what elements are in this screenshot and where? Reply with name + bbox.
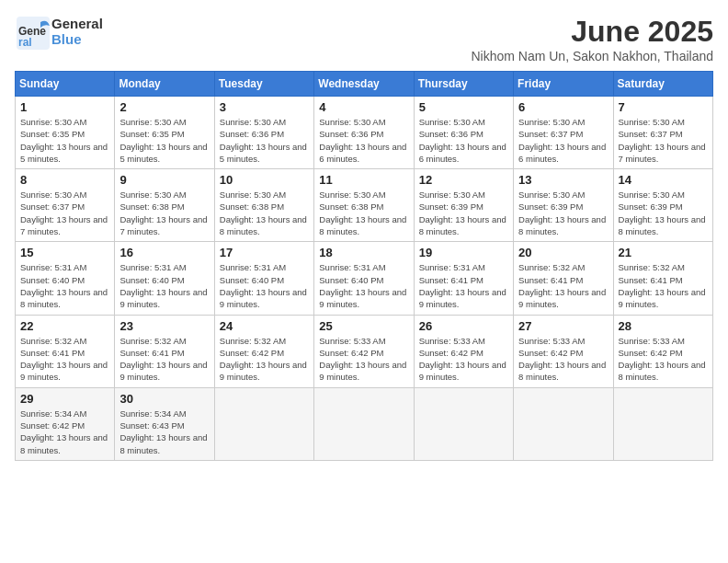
day-info: Sunrise: 5:32 AM Sunset: 6:41 PM Dayligh… — [619, 261, 708, 310]
sunrise-label: Sunrise: 5:30 AM — [619, 117, 685, 127]
sunset-label: Sunset: 6:39 PM — [419, 201, 483, 212]
table-row: 13 Sunrise: 5:30 AM Sunset: 6:39 PM Dayl… — [514, 169, 613, 242]
table-row — [214, 387, 313, 460]
table-row — [613, 387, 712, 460]
day-number: 16 — [119, 246, 209, 259]
table-row: 23 Sunrise: 5:32 AM Sunset: 6:41 PM Dayl… — [115, 315, 214, 387]
daylight-label: Daylight: 13 hours and 7 minutes. — [20, 214, 108, 236]
sunset-label: Sunset: 6:35 PM — [119, 129, 184, 139]
day-number: 15 — [20, 246, 109, 259]
sunrise-label: Sunrise: 5:30 AM — [319, 117, 385, 127]
sunset-label: Sunset: 6:41 PM — [119, 348, 184, 358]
table-row — [314, 387, 414, 460]
sunrise-label: Sunrise: 5:30 AM — [419, 190, 485, 200]
sunrise-label: Sunrise: 5:30 AM — [20, 190, 86, 200]
daylight-label: Daylight: 13 hours and 8 minutes. — [20, 287, 108, 309]
day-number: 1 — [20, 100, 109, 114]
daylight-label: Daylight: 13 hours and 8 minutes. — [518, 214, 606, 236]
day-info: Sunrise: 5:30 AM Sunset: 6:39 PM Dayligh… — [619, 189, 708, 237]
svg-text:ral: ral — [18, 36, 32, 49]
sunrise-label: Sunrise: 5:30 AM — [119, 117, 186, 127]
sunset-label: Sunset: 6:43 PM — [119, 420, 184, 431]
daylight-label: Daylight: 13 hours and 8 minutes. — [319, 214, 406, 236]
sunset-label: Sunset: 6:40 PM — [20, 275, 85, 285]
day-info: Sunrise: 5:30 AM Sunset: 6:37 PM Dayligh… — [20, 189, 109, 237]
daylight-label: Daylight: 13 hours and 5 minutes. — [119, 142, 207, 164]
header-tuesday: Tuesday — [214, 72, 313, 97]
table-row: 28 Sunrise: 5:33 AM Sunset: 6:42 PM Dayl… — [613, 315, 712, 387]
table-row: 24 Sunrise: 5:32 AM Sunset: 6:42 PM Dayl… — [214, 315, 313, 387]
day-number: 6 — [518, 100, 608, 114]
sunset-label: Sunset: 6:40 PM — [220, 275, 284, 285]
sunrise-label: Sunrise: 5:30 AM — [419, 117, 485, 127]
sunset-label: Sunset: 6:39 PM — [619, 201, 683, 212]
day-info: Sunrise: 5:30 AM Sunset: 6:39 PM Dayligh… — [518, 189, 608, 237]
table-row: 16 Sunrise: 5:31 AM Sunset: 6:40 PM Dayl… — [115, 242, 214, 315]
sunset-label: Sunset: 6:37 PM — [518, 129, 583, 139]
sunset-label: Sunset: 6:36 PM — [220, 129, 284, 139]
sunset-label: Sunset: 6:42 PM — [20, 420, 85, 431]
sunrise-label: Sunrise: 5:33 AM — [419, 336, 485, 346]
day-info: Sunrise: 5:30 AM Sunset: 6:36 PM Dayligh… — [319, 116, 408, 165]
sunrise-label: Sunrise: 5:31 AM — [220, 262, 286, 272]
day-info: Sunrise: 5:30 AM Sunset: 6:35 PM Dayligh… — [119, 116, 209, 165]
header-sunday: Sunday — [16, 72, 115, 97]
day-info: Sunrise: 5:33 AM Sunset: 6:42 PM Dayligh… — [518, 335, 608, 384]
table-row: 4 Sunrise: 5:30 AM Sunset: 6:36 PM Dayli… — [314, 97, 414, 169]
daylight-label: Daylight: 13 hours and 9 minutes. — [119, 360, 207, 382]
table-row: 29 Sunrise: 5:34 AM Sunset: 6:42 PM Dayl… — [16, 387, 115, 460]
day-number: 14 — [619, 173, 708, 187]
day-number: 3 — [220, 100, 309, 114]
sunrise-label: Sunrise: 5:32 AM — [518, 262, 585, 272]
sunrise-label: Sunrise: 5:32 AM — [619, 262, 685, 272]
sunset-label: Sunset: 6:41 PM — [619, 275, 683, 285]
logo-blue: Blue — [51, 31, 103, 47]
sunrise-label: Sunrise: 5:33 AM — [619, 336, 685, 346]
table-row: 20 Sunrise: 5:32 AM Sunset: 6:41 PM Dayl… — [514, 242, 613, 315]
daylight-label: Daylight: 13 hours and 8 minutes. — [518, 360, 606, 382]
day-number: 13 — [518, 173, 608, 187]
day-info: Sunrise: 5:33 AM Sunset: 6:42 PM Dayligh… — [319, 335, 408, 384]
daylight-label: Daylight: 13 hours and 9 minutes. — [20, 360, 108, 382]
day-info: Sunrise: 5:32 AM Sunset: 6:41 PM Dayligh… — [20, 335, 109, 384]
day-number: 5 — [419, 100, 508, 114]
day-number: 30 — [119, 392, 209, 406]
sunset-label: Sunset: 6:42 PM — [419, 348, 483, 358]
day-info: Sunrise: 5:30 AM Sunset: 6:37 PM Dayligh… — [619, 116, 708, 165]
day-info: Sunrise: 5:31 AM Sunset: 6:41 PM Dayligh… — [419, 261, 508, 310]
day-info: Sunrise: 5:30 AM Sunset: 6:37 PM Dayligh… — [518, 116, 608, 165]
table-row: 3 Sunrise: 5:30 AM Sunset: 6:36 PM Dayli… — [214, 97, 313, 169]
table-row: 2 Sunrise: 5:30 AM Sunset: 6:35 PM Dayli… — [115, 97, 214, 169]
sunset-label: Sunset: 6:42 PM — [319, 348, 383, 358]
sunset-label: Sunset: 6:37 PM — [619, 129, 683, 139]
day-number: 25 — [319, 319, 408, 333]
sunrise-label: Sunrise: 5:31 AM — [419, 262, 485, 272]
day-number: 18 — [319, 246, 408, 259]
header-friday: Friday — [514, 72, 613, 97]
logo-general: General — [51, 16, 103, 31]
daylight-label: Daylight: 13 hours and 6 minutes. — [419, 142, 506, 164]
sunset-label: Sunset: 6:36 PM — [419, 129, 483, 139]
table-row: 30 Sunrise: 5:34 AM Sunset: 6:43 PM Dayl… — [115, 387, 214, 460]
table-row: 21 Sunrise: 5:32 AM Sunset: 6:41 PM Dayl… — [613, 242, 712, 315]
header-saturday: Saturday — [613, 72, 712, 97]
daylight-label: Daylight: 13 hours and 8 minutes. — [619, 360, 706, 382]
day-info: Sunrise: 5:34 AM Sunset: 6:43 PM Dayligh… — [119, 408, 209, 456]
day-number: 4 — [319, 100, 408, 114]
day-number: 20 — [518, 246, 608, 259]
day-info: Sunrise: 5:31 AM Sunset: 6:40 PM Dayligh… — [220, 261, 309, 310]
table-row: 19 Sunrise: 5:31 AM Sunset: 6:41 PM Dayl… — [414, 242, 513, 315]
logo: Gene ral General Blue — [15, 15, 103, 48]
daylight-label: Daylight: 13 hours and 9 minutes. — [220, 287, 307, 309]
table-row: 25 Sunrise: 5:33 AM Sunset: 6:42 PM Dayl… — [314, 315, 414, 387]
day-number: 2 — [119, 100, 209, 114]
daylight-label: Daylight: 13 hours and 8 minutes. — [619, 214, 706, 236]
sunrise-label: Sunrise: 5:34 AM — [119, 408, 186, 419]
sunrise-label: Sunrise: 5:33 AM — [319, 336, 385, 346]
day-number: 8 — [20, 173, 109, 187]
table-row — [514, 387, 613, 460]
sunrise-label: Sunrise: 5:30 AM — [518, 117, 585, 127]
day-number: 7 — [619, 100, 708, 114]
day-number: 23 — [119, 319, 209, 333]
sunrise-label: Sunrise: 5:30 AM — [518, 190, 585, 200]
